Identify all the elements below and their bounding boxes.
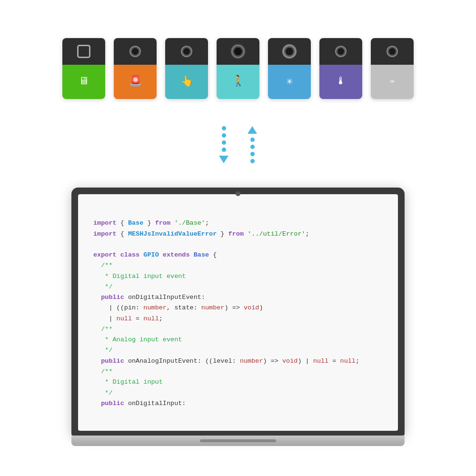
- arrows-section: [219, 116, 257, 173]
- dot1: [222, 126, 226, 130]
- dot8: [250, 159, 255, 163]
- alert-icon: 🚨: [129, 77, 142, 87]
- monitor-icon: 🖥: [79, 77, 89, 87]
- thermo-icon: 🌡: [336, 77, 346, 87]
- laptop-hinge: [200, 439, 276, 442]
- sun-icon: ✳: [286, 77, 292, 87]
- device-bottom-button: 🖥: [62, 65, 105, 99]
- device-button: 🖥: [62, 38, 105, 99]
- dot3: [222, 140, 226, 145]
- hand-icon: 👆: [180, 77, 193, 87]
- dot2: [222, 133, 226, 138]
- device-bottom-temp: 🌡: [319, 65, 362, 99]
- keyboard-icon: ⌨: [390, 79, 394, 85]
- device-top-button: [62, 38, 105, 65]
- device-gpio: ⌨: [371, 38, 414, 99]
- device-bottom-motion: 🚶: [217, 65, 259, 99]
- device-bottom-move: 👆: [165, 65, 208, 99]
- device-temp: 🌡: [319, 38, 362, 99]
- arrow-up: [248, 126, 257, 163]
- laptop-base: [71, 436, 405, 446]
- devices-row: 🖥 🚨 👆 🚶 ✳: [62, 38, 414, 99]
- arrow-tip-up: [248, 126, 257, 134]
- arrow-tip-down: [219, 156, 228, 163]
- device-motion: 🚶: [217, 38, 259, 99]
- device-top-motion: [217, 38, 259, 65]
- device-top-bright: [268, 38, 311, 65]
- square-icon: [77, 45, 90, 58]
- camera-icon-gpio: [387, 47, 397, 56]
- dot4: [222, 148, 226, 152]
- dot5: [250, 138, 255, 142]
- person-icon: 🚶: [232, 77, 245, 87]
- device-bright: ✳: [268, 38, 311, 99]
- joystick-icon-bright: [284, 46, 295, 57]
- laptop-notch: [236, 191, 240, 196]
- laptop-screen-outer: import { Base } from './Base'; import { …: [71, 188, 405, 436]
- arrow-down: [219, 126, 228, 163]
- code-editor: import { Base } from './Base'; import { …: [93, 208, 383, 419]
- device-top-gpio: [371, 38, 414, 65]
- device-top-temp: [319, 38, 362, 65]
- device-bottom-led: 🚨: [114, 65, 157, 99]
- dot6: [250, 145, 255, 149]
- camera-icon-led: [130, 47, 140, 56]
- camera-icon-motion: [233, 46, 243, 57]
- camera-icon-move: [182, 47, 191, 56]
- laptop-screen: import { Base } from './Base'; import { …: [78, 194, 398, 431]
- device-bottom-gpio: ⌨: [371, 65, 414, 99]
- device-move: 👆: [165, 38, 208, 99]
- laptop: import { Base } from './Base'; import { …: [71, 188, 405, 446]
- device-bottom-bright: ✳: [268, 65, 311, 99]
- device-top-led: [114, 38, 157, 65]
- dot7: [250, 152, 255, 156]
- device-top-move: [165, 38, 208, 65]
- camera-icon-temp: [336, 47, 346, 56]
- device-led: 🚨: [114, 38, 157, 99]
